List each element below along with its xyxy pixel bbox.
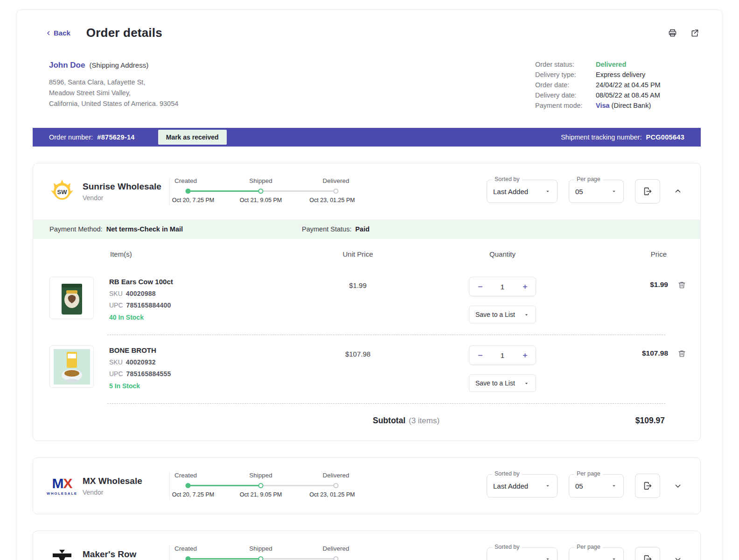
per-page-label: Per page [574, 544, 603, 550]
subtotal-row: Subtotal (3 items) $109.97 [33, 404, 700, 441]
timeline-stage-label: Delivered [322, 545, 349, 552]
export-vendor-order-button[interactable] [635, 179, 660, 203]
sorted-by-label: Sorted by [492, 470, 522, 477]
sorted-by-value: Last Added [493, 188, 528, 196]
customer-name-link[interactable]: John Doe [49, 61, 85, 70]
print-button[interactable] [666, 27, 678, 39]
caret-down-icon [523, 312, 530, 318]
item-name: BONE BROTH [109, 346, 171, 354]
timeline-dot-delivered [334, 483, 339, 488]
timeline-progress [186, 485, 263, 486]
item-total-price: $107.98 [591, 345, 668, 357]
per-page-select[interactable]: Per page [569, 547, 624, 560]
timeline-progress [186, 558, 263, 560]
timeline-progress [186, 190, 263, 192]
per-page-select[interactable]: Per page 05 [569, 180, 624, 203]
increase-quantity-button[interactable] [521, 351, 529, 359]
timeline-stage-label: Delivered [322, 472, 349, 479]
upc-label: UPC [109, 370, 123, 378]
tracking-number-value: PCG005643 [646, 133, 684, 141]
mark-as-received-button[interactable]: Mark as received [158, 130, 227, 145]
order-number-bar: Order number: #875629-14 Mark as receive… [33, 128, 701, 147]
vendor-logo-initials: SW [57, 189, 68, 196]
export-icon [642, 554, 653, 560]
delete-item-button[interactable] [677, 349, 686, 358]
sunrise-wholesale-logo: SW [49, 178, 75, 204]
save-to-list-button[interactable]: Save to a List [469, 374, 536, 392]
order-details-page: Back Order details John Doe (Shipping Ad… [16, 9, 723, 560]
export-vendor-order-button[interactable] [635, 547, 660, 560]
caret-down-icon [611, 556, 617, 560]
plus-icon [522, 352, 528, 358]
timeline-stage-label: Created [174, 545, 197, 552]
timeline-dot-created [186, 189, 191, 194]
vendor-header: SW Sunrise Wholesale Vendor Created Ship… [33, 163, 700, 219]
timeline-stage-date: Oct 23, 01.25 PM [309, 491, 355, 498]
back-button[interactable]: Back [46, 29, 70, 37]
decrease-quantity-button[interactable] [476, 351, 484, 359]
order-timeline: Created Shipped Delivered Oct 20, 7.25 P… [184, 471, 338, 501]
quantity-value: 1 [501, 351, 504, 359]
column-unit-price: Unit Price [302, 250, 414, 258]
sorted-by-select[interactable]: Sorted by [487, 547, 558, 560]
timeline-dot-shipped [258, 556, 264, 560]
per-page-label: Per page [574, 470, 603, 477]
product-image [49, 277, 94, 319]
timeline-dot-created [186, 556, 191, 560]
save-to-list-button[interactable]: Save to a List [469, 306, 536, 323]
expand-vendor-button[interactable] [671, 479, 684, 492]
delivery-date-value: 08/05/22 at 08.45 AM [596, 91, 684, 99]
expand-vendor-button[interactable] [671, 553, 684, 560]
collapse-vendor-button[interactable] [671, 185, 684, 198]
vendor-name: MX Wholesale [83, 476, 163, 486]
share-button[interactable] [689, 27, 701, 39]
timeline-stage-date: Oct 23, 01.25 PM [309, 197, 355, 203]
sorted-by-label: Sorted by [492, 544, 522, 550]
vendor-role: Vendor [83, 194, 163, 202]
page-title: Order details [86, 26, 162, 40]
trash-icon [677, 349, 686, 358]
decrease-quantity-button[interactable] [476, 283, 484, 290]
upc-label: UPC [109, 301, 123, 309]
timeline-dot-created [186, 483, 191, 488]
sku-value: 40020988 [126, 290, 156, 297]
vendor-card-makers-row: Maker's Row Vendor Created Shipped Deliv… [33, 531, 701, 560]
mx-logo-x: X [63, 476, 72, 491]
vendor-card-sunrise-wholesale: SW Sunrise Wholesale Vendor Created Ship… [33, 163, 701, 441]
makers-row-logo [49, 546, 75, 560]
export-vendor-order-button[interactable] [635, 474, 660, 498]
sorted-by-select[interactable]: Sorted by Last Added [487, 180, 558, 203]
chevron-down-icon [674, 555, 682, 560]
order-status-label: Order status: [535, 61, 596, 68]
chevron-up-icon [674, 187, 682, 196]
per-page-select[interactable]: Per page 05 [569, 474, 624, 497]
unit-price: $107.98 [302, 345, 414, 358]
timeline-stage-label: Shipped [249, 472, 272, 479]
per-page-value: 05 [575, 482, 583, 490]
back-chevron-icon [46, 30, 51, 36]
order-number-value: #875629-14 [97, 133, 134, 141]
timeline-dot-delivered [334, 189, 339, 194]
increase-quantity-button[interactable] [521, 283, 529, 290]
delivery-date-label: Delivery date: [535, 91, 596, 99]
chevron-down-icon [674, 482, 682, 490]
timeline-stage-date: Oct 21, 9.05 PM [240, 197, 282, 203]
vendor-card-mx-wholesale: MX WHOLESALE MX Wholesale Vendor Created… [33, 457, 701, 514]
upc-value: 785165884400 [126, 301, 171, 309]
delivery-type-value: Express delivery [596, 71, 684, 78]
visa-link[interactable]: Visa [596, 102, 610, 109]
item-total-price: $1.99 [591, 277, 668, 289]
order-status-value: Delivered [596, 61, 684, 68]
order-timeline: Created Shipped Delivered [184, 544, 338, 560]
timeline-stage-label: Shipped [249, 545, 272, 552]
timeline-stage-label: Delivered [322, 177, 349, 184]
sorted-by-label: Sorted by [492, 176, 522, 182]
caret-down-icon [544, 483, 551, 489]
stock-status: 40 In Stock [109, 314, 173, 321]
delete-item-button[interactable] [677, 280, 686, 289]
payment-status-value: Paid [355, 225, 370, 233]
sorted-by-select[interactable]: Sorted by Last Added [487, 474, 558, 497]
product-image [49, 345, 94, 388]
payment-strip: Payment Method:Net terms-Check in Mail P… [33, 219, 700, 239]
divider [169, 545, 170, 560]
